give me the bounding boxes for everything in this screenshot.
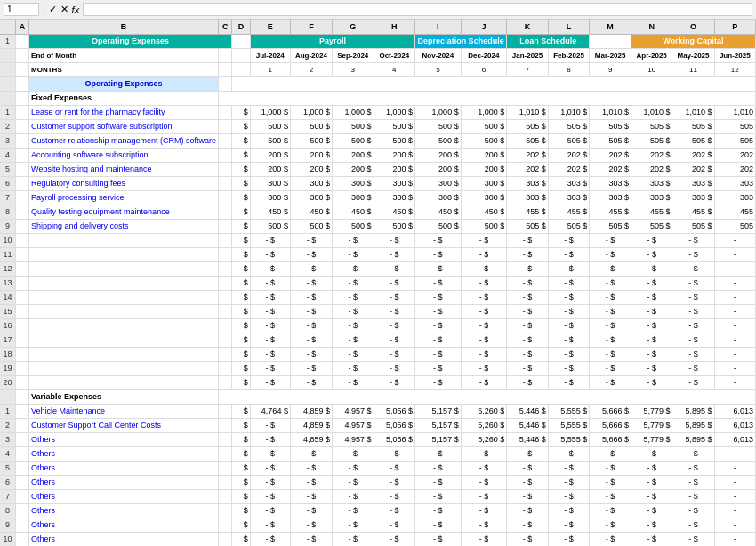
var-empty-4: 4 Others $ - $- $- $- $- $- $- $- $- $- …	[0, 446, 756, 461]
month-row: End of Month Jul-2024 Aug-2024 Sep-2024 …	[0, 48, 756, 62]
month-sep: Sep-2024	[332, 48, 374, 62]
loan-header: Loan Schedule	[507, 34, 590, 48]
spreadsheet: A B C D E F G H I J K L M N O P	[0, 20, 756, 546]
fixed-row-3: 3 Customer relationship management (CRM)…	[0, 133, 756, 148]
month-apr: Apr-2025	[631, 48, 672, 62]
fixed-label-9: Shipping and delivery costs	[29, 219, 219, 233]
var-empty-6: 6 Others $ - $- $- $- $- $- $- $- $- $- …	[0, 475, 756, 489]
var-empty-10: 10 Others $ - $- $- $- $- $- $- $- $- $-…	[0, 532, 756, 546]
fixed-label-5: Website hosting and maintenance	[29, 162, 219, 176]
var-empty-9: 9 Others $ - $- $- $- $- $- $- $- $- $- …	[0, 518, 756, 532]
fixed-row-1: 1 Lease or rent for the pharmacy facilit…	[0, 105, 756, 119]
variable-expenses-label-row: Variable Expenses	[0, 389, 756, 404]
fixed-label-1: Lease or rent for the pharmacy facility	[29, 105, 219, 119]
col-g-header: G	[332, 20, 374, 34]
variable-expenses-label: Variable Expenses	[29, 389, 219, 404]
col-p-header: P	[714, 20, 756, 34]
col-n-header: N	[631, 20, 672, 34]
fixed-expenses-label: Fixed Expenses	[29, 91, 219, 105]
check-icon[interactable]: ✓	[49, 4, 57, 15]
fixed-label-3: Customer relationship management (CRM) s…	[29, 133, 219, 148]
var-empty-8: 8 Others $ - $- $- $- $- $- $- $- $- $- …	[0, 503, 756, 518]
col-h-header: H	[374, 20, 415, 34]
fixed-label-4: Accounting software subscription	[29, 148, 219, 162]
months-num-row: MONTHS 1 2 3 4 5 6 7 8 9 10 11 12	[0, 62, 756, 76]
var-row-3: 3 Others $ - $ 4,859 $ 4,957 $ 5,056 $ 5…	[0, 432, 756, 446]
fixed-label-6: Regulatory consulting fees	[29, 176, 219, 190]
col-e-header: E	[250, 20, 290, 34]
col-o-header: O	[672, 20, 714, 34]
var-label-3: Others	[29, 432, 219, 446]
var-empty-5: 5 Others $ - $- $- $- $- $- $- $- $- $- …	[0, 461, 756, 475]
col-header-row: A B C D E F G H I J K L M N O P	[0, 20, 756, 34]
cell-reference[interactable]	[4, 3, 39, 16]
col-i-header: I	[415, 20, 462, 34]
main-grid: A B C D E F G H I J K L M N O P	[0, 20, 756, 546]
empty-row-13: 13 $ - $- $- $- $- $- $- $- $- $- $- $-	[0, 276, 756, 290]
empty-row-14: 14 $ - $- $- $- $- $- $- $- $- $- $- $-	[0, 290, 756, 304]
fixed-row-4: 4 Accounting software subscription $ 200…	[0, 148, 756, 162]
month-aug: Aug-2024	[290, 48, 332, 62]
payroll-header: Payroll	[250, 34, 414, 48]
col-d-header: D	[232, 20, 251, 34]
fixed-label-2: Customer support software subscription	[29, 119, 219, 133]
month-oct: Oct-2024	[374, 48, 415, 62]
var-row-2: 2 Customer Support Call Center Costs $ -…	[0, 418, 756, 432]
depreciation-header: Depreciation Schedule	[415, 34, 507, 48]
var-label-1: Vehicle Maintenance	[29, 404, 219, 418]
empty-row-17: 17 $ - $- $- $- $- $- $- $- $- $- $- $-	[0, 333, 756, 347]
oe-section-label: Operating Expenses	[29, 76, 219, 91]
end-of-month-label: End of Month	[29, 48, 219, 62]
col-a-header: A	[16, 20, 29, 34]
month-may: May-2025	[672, 48, 714, 62]
var-row-1: 1 Vehicle Maintenance $ 4,764 $ 4,859 $ …	[0, 404, 756, 418]
fixed-label-7: Payroll processing service	[29, 190, 219, 205]
fixed-row-7: 7 Payroll processing service $ 300 $ 300…	[0, 190, 756, 205]
fixed-label-8: Quality testing equipment maintenance	[29, 205, 219, 219]
header-row-1: 1 Operating Expenses Payroll Depreciatio…	[0, 34, 756, 48]
operating-expenses-header: Operating Expenses	[29, 34, 232, 48]
empty-row-15: 15 $ - $- $- $- $- $- $- $- $- $- $- $-	[0, 304, 756, 318]
month-jul: Jul-2024	[250, 48, 290, 62]
fixed-row-6: 6 Regulatory consulting fees $ 300 $ 300…	[0, 176, 756, 190]
month-jan: Jan-2025	[507, 48, 549, 62]
empty-row-12: 12 $ - $- $- $- $- $- $- $- $- $- $- $-	[0, 261, 756, 276]
empty-row-19: 19 $ - $- $- $- $- $- $- $- $- $- $- $-	[0, 361, 756, 375]
col-m-header: M	[590, 20, 631, 34]
col-l-header: L	[548, 20, 590, 34]
var-empty-7: 7 Others $ - $- $- $- $- $- $- $- $- $- …	[0, 489, 756, 503]
col-k-header: K	[507, 20, 549, 34]
var-label-2: Customer Support Call Center Costs	[29, 418, 219, 432]
col-j-header: J	[461, 20, 507, 34]
oe-section-row: Operating Expenses	[0, 76, 756, 91]
fixed-row-2: 2 Customer support software subscription…	[0, 119, 756, 133]
formula-bar-divider: |	[43, 4, 45, 14]
fixed-row-8: 8 Quality testing equipment maintenance …	[0, 205, 756, 219]
empty-row-16: 16 $ - $- $- $- $- $- $- $- $- $- $- $-	[0, 318, 756, 333]
formula-input[interactable]	[83, 3, 752, 16]
empty-row-11: 11 $ - $- $- $- $- $- $- $- $- $- $- $-	[0, 247, 756, 261]
empty-row-18: 18 $ - $- $- $- $- $- $- $- $- $- $- $-	[0, 347, 756, 361]
month-nov: Nov-2024	[415, 48, 462, 62]
row-num-1: 1	[0, 34, 16, 48]
formula-bar: | ✓ ✕ fx	[0, 0, 756, 20]
col-b-header: B	[29, 20, 219, 34]
empty-row-10: 10 $ - $ - $ - $ - $ - $ - $ - $ - $ - $…	[0, 233, 756, 247]
cancel-icon[interactable]: ✕	[60, 4, 68, 15]
working-capital-header: Working Capital	[631, 34, 755, 48]
month-feb: Feb-2025	[548, 48, 590, 62]
col-c-header: C	[219, 20, 232, 34]
months-label: MONTHS	[29, 62, 219, 76]
empty-row-20: 20 $ - $- $- $- $- $- $- $- $- $- $- $-	[0, 375, 756, 389]
col-f-header: F	[290, 20, 332, 34]
fixed-row-9: 9 Shipping and delivery costs $ 500 $ 50…	[0, 219, 756, 233]
month-mar: Mar-2025	[590, 48, 631, 62]
fixed-expenses-label-row: Fixed Expenses	[0, 91, 756, 105]
month-dec: Dec-2024	[461, 48, 507, 62]
fixed-row-5: 5 Website hosting and maintenance $ 200 …	[0, 162, 756, 176]
month-jun: Jun-2025	[714, 48, 756, 62]
fx-icon: fx	[72, 4, 80, 15]
